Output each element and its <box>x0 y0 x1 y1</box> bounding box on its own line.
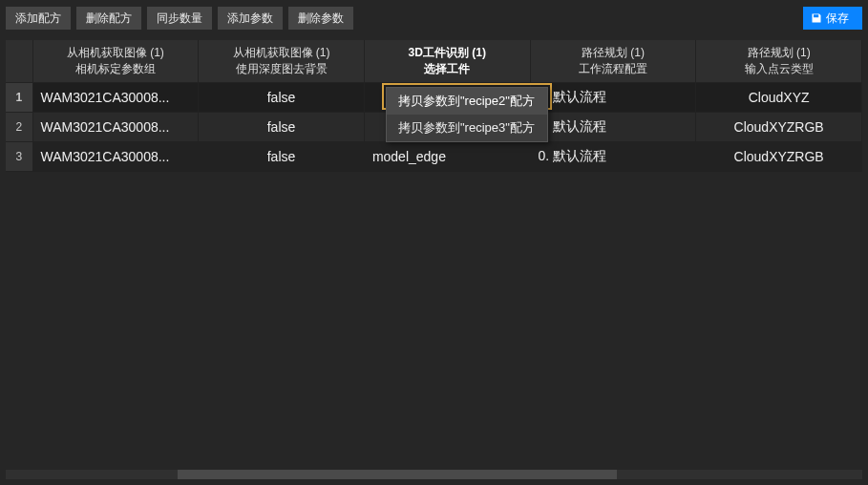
header-index[interactable] <box>6 40 32 82</box>
header-col-3[interactable]: 路径规划 (1)工作流程配置 <box>530 40 696 82</box>
cell-r2-c3[interactable]: 0. 默认流程 <box>530 141 696 171</box>
header-sub-label: 选择工件 <box>370 61 524 77</box>
table-header: 从相机获取图像 (1)相机标定参数组从相机获取图像 (1)使用深度图去背景3D工… <box>6 40 862 82</box>
cell-r2-c2[interactable]: model_edge <box>364 141 530 171</box>
delete-param-button[interactable]: 删除参数 <box>288 7 353 30</box>
scrollbar-thumb[interactable] <box>178 470 617 479</box>
header-sub-label: 使用深度图去背景 <box>204 61 358 77</box>
header-sub-label: 输入点云类型 <box>702 61 856 77</box>
cell-r2-c4[interactable]: CloudXYZRGB <box>696 141 862 171</box>
context-menu-item-1[interactable]: 拷贝参数到"recipe3"配方 <box>387 115 547 141</box>
context-menu: 拷贝参数到"recipe2"配方拷贝参数到"recipe3"配方 <box>386 87 548 142</box>
add-recipe-button[interactable]: 添加配方 <box>6 7 71 30</box>
cell-r0-c4[interactable]: CloudXYZ <box>696 82 862 112</box>
save-icon <box>811 12 822 24</box>
header-col-0[interactable]: 从相机获取图像 (1)相机标定参数组 <box>32 40 199 82</box>
table-wrap: 从相机获取图像 (1)相机标定参数组从相机获取图像 (1)使用深度图去背景3D工… <box>6 40 862 479</box>
cell-r0-c3[interactable]: 0. 默认流程 <box>530 82 696 112</box>
add-param-button[interactable]: 添加参数 <box>218 7 283 30</box>
header-group-label: 3D工件识别 (1) <box>370 45 524 61</box>
row-index-cell[interactable]: 2 <box>6 112 32 141</box>
sync-count-button[interactable]: 同步数量 <box>147 7 212 30</box>
header-col-2[interactable]: 3D工件识别 (1)选择工件 <box>364 40 530 82</box>
cell-r1-c4[interactable]: CloudXYZRGB <box>696 112 862 141</box>
context-menu-item-0[interactable]: 拷贝参数到"recipe2"配方 <box>387 88 547 115</box>
cell-r1-c3[interactable]: 0. 默认流程 <box>530 112 696 141</box>
header-group-label: 从相机获取图像 (1) <box>204 45 358 61</box>
header-sub-label: 工作流程配置 <box>537 61 690 77</box>
table-row[interactable]: 3WAM3021CA30008...falsemodel_edge0. 默认流程… <box>6 141 862 171</box>
toolbar: 添加配方 删除配方 同步数量 添加参数 删除参数 保存 <box>6 6 862 31</box>
cell-r0-c1[interactable]: false <box>199 82 365 112</box>
delete-recipe-button[interactable]: 删除配方 <box>76 7 141 30</box>
cell-r2-c1[interactable]: false <box>199 141 365 171</box>
header-col-1[interactable]: 从相机获取图像 (1)使用深度图去背景 <box>199 40 365 82</box>
header-col-4[interactable]: 路径规划 (1)输入点云类型 <box>696 40 862 82</box>
save-button[interactable]: 保存 <box>803 7 862 30</box>
app-root: 添加配方 删除配方 同步数量 添加参数 删除参数 保存 <box>0 0 868 485</box>
cell-r2-c0[interactable]: WAM3021CA30008... <box>32 141 199 171</box>
header-group-label: 路径规划 (1) <box>537 45 690 61</box>
cell-r1-c0[interactable]: WAM3021CA30008... <box>32 112 199 141</box>
horizontal-scrollbar[interactable] <box>6 470 862 479</box>
header-group-label: 从相机获取图像 (1) <box>39 45 193 61</box>
save-button-label: 保存 <box>826 11 849 26</box>
row-index-cell[interactable]: 1 <box>6 82 32 112</box>
header-sub-label: 相机标定参数组 <box>39 61 193 77</box>
header-group-label: 路径规划 (1) <box>702 45 856 61</box>
cell-r1-c1[interactable]: false <box>199 112 365 141</box>
cell-r0-c0[interactable]: WAM3021CA30008... <box>32 82 199 112</box>
row-index-cell[interactable]: 3 <box>6 141 32 171</box>
